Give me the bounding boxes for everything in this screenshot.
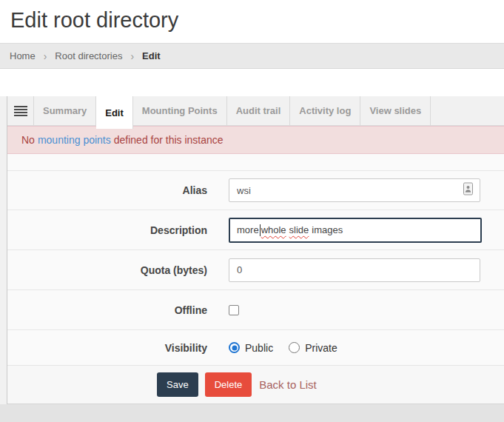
tab-label: View slides: [369, 105, 421, 116]
tab-label: Audit trail: [236, 105, 281, 116]
tab-edit[interactable]: Edit: [96, 96, 133, 129]
save-button[interactable]: Save: [157, 372, 198, 397]
tab-view-slides[interactable]: View slides: [360, 96, 431, 125]
page-header: Edit root directory: [0, 0, 504, 43]
visibility-row: Visibility Public Private: [7, 329, 504, 365]
edit-panel: Summary Edit Mounting Points Audit trail…: [7, 96, 504, 404]
tab-bar: Summary Edit Mounting Points Audit trail…: [7, 96, 504, 126]
tab-activity-log[interactable]: Activity log: [290, 96, 360, 125]
tab-label: Activity log: [299, 105, 351, 116]
offline-label: Offline: [7, 304, 207, 316]
tab-label: Mounting Points: [142, 105, 218, 116]
tab-menu-button[interactable]: [7, 96, 34, 125]
page-background: [0, 404, 504, 422]
visibility-radio-group: Public Private: [229, 342, 337, 354]
alert-text-after: defined for this instance: [114, 134, 224, 146]
description-word: images: [312, 224, 343, 235]
no-mounting-points-alert: No mounting points defined for this inst…: [7, 126, 504, 154]
alias-row: Alias: [7, 170, 504, 210]
delete-button[interactable]: Delete: [205, 372, 252, 397]
text-caret: [260, 224, 261, 236]
description-input[interactable]: more whole slide images: [229, 218, 482, 243]
description-word-misspelled: whole: [261, 224, 286, 235]
quota-row: Quota (bytes): [7, 249, 504, 289]
autofill-contact-icon[interactable]: [463, 182, 474, 199]
tab-summary[interactable]: Summary: [34, 96, 96, 125]
breadcrumb-separator-icon: ›: [44, 50, 47, 62]
breadcrumb-home[interactable]: Home: [10, 50, 36, 61]
alias-label: Alias: [7, 184, 207, 196]
alias-input[interactable]: [229, 178, 480, 202]
tab-label: Summary: [43, 105, 87, 116]
offline-row: Offline: [7, 289, 504, 329]
tab-audit-trail[interactable]: Audit trail: [227, 96, 291, 125]
description-label: Description: [7, 224, 207, 236]
spacer: [7, 154, 504, 170]
offline-checkbox[interactable]: [229, 305, 239, 315]
breadcrumb: Home › Root directories › Edit: [0, 43, 504, 69]
description-word-misspelled: slide: [289, 224, 309, 235]
tab-mounting-points[interactable]: Mounting Points: [133, 96, 227, 125]
description-row: Description more whole slide images: [7, 210, 504, 249]
back-to-list-link[interactable]: Back to List: [259, 378, 317, 391]
breadcrumb-root-directories[interactable]: Root directories: [55, 50, 122, 61]
tab-label: Edit: [105, 107, 124, 118]
hamburger-icon: [14, 106, 27, 116]
visibility-public-label[interactable]: Public: [245, 342, 273, 354]
page-title: Edit root directory: [10, 8, 504, 33]
visibility-public-radio[interactable]: [229, 342, 240, 353]
breadcrumb-separator-icon: ›: [130, 50, 134, 62]
quota-label: Quota (bytes): [7, 264, 207, 276]
quota-input[interactable]: [229, 258, 480, 282]
visibility-private-label[interactable]: Private: [305, 342, 337, 354]
content-area: Summary Edit Mounting Points Audit trail…: [0, 96, 504, 404]
spacer: [0, 69, 504, 96]
mounting-points-link[interactable]: mounting points: [38, 134, 111, 146]
visibility-private-radio[interactable]: [289, 342, 300, 353]
breadcrumb-edit: Edit: [142, 50, 161, 61]
alert-text-before: No: [21, 134, 35, 146]
visibility-label: Visibility: [7, 342, 207, 354]
form-actions: Save Delete Back to List: [7, 365, 504, 404]
description-word: more: [237, 224, 259, 235]
